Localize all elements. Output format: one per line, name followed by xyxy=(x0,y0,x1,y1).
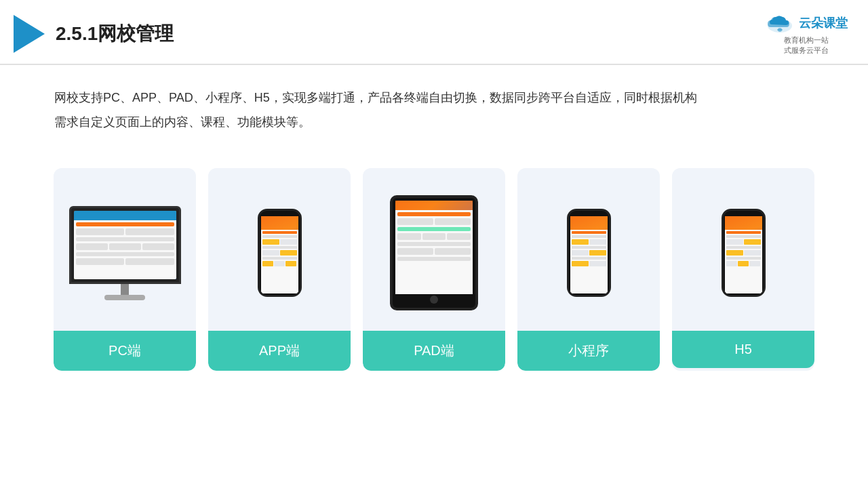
phone-notch xyxy=(272,211,287,216)
card-pc-image xyxy=(54,168,196,331)
phone-mockup-app xyxy=(258,209,302,297)
card-miniprogram-image xyxy=(517,168,660,331)
card-app-label: APP端 xyxy=(208,331,351,371)
card-pc: PC端 xyxy=(54,168,196,371)
brand-logo: 云朵课堂 教育机构一站 式服务云平台 xyxy=(765,12,848,56)
cloud-logo-container: 云朵课堂 xyxy=(765,12,848,34)
brand-subtitle: 教育机构一站 式服务云平台 xyxy=(784,35,829,56)
phone-mockup-mini xyxy=(567,209,611,297)
phone-screen-h5 xyxy=(725,216,762,293)
card-h5-label: H5 xyxy=(672,331,814,368)
card-pad-label: PAD端 xyxy=(363,331,505,371)
logo-triangle-icon xyxy=(14,15,45,53)
header: 2.5.1网校管理 云朵课堂 教育机构一站 式服务云平台 xyxy=(0,0,868,65)
page-title: 2.5.1网校管理 xyxy=(56,21,174,47)
tablet-mockup xyxy=(390,195,478,310)
phone-screen-mini xyxy=(570,216,608,293)
monitor-neck xyxy=(121,284,129,295)
card-pc-label: PC端 xyxy=(54,331,196,371)
phone-mockup-h5 xyxy=(722,209,766,297)
monitor-mockup xyxy=(69,206,181,300)
tablet-home-button xyxy=(430,296,438,304)
monitor-base xyxy=(104,295,145,300)
cloud-brand-icon xyxy=(765,12,795,34)
card-miniprogram-label: 小程序 xyxy=(517,331,660,371)
cards-container: PC端 xyxy=(0,148,868,391)
card-pad-image xyxy=(363,168,505,331)
card-miniprogram: 小程序 xyxy=(517,168,660,371)
monitor-screen xyxy=(69,206,181,284)
tablet-screen xyxy=(395,201,473,294)
description-line1: 网校支持PC、APP、PAD、小程序、H5，实现多端打通，产品各终端自由切换，数… xyxy=(54,85,814,110)
card-h5-image xyxy=(672,168,814,331)
description-line2: 需求自定义页面上的内容、课程、功能模块等。 xyxy=(54,110,814,134)
card-pad: PAD端 xyxy=(363,168,505,371)
card-app: APP端 xyxy=(208,168,351,371)
monitor-display xyxy=(74,211,176,279)
card-app-image xyxy=(208,168,351,331)
header-left: 2.5.1网校管理 xyxy=(14,15,174,53)
phone-notch-mini xyxy=(581,211,596,216)
brand-name: 云朵课堂 xyxy=(799,15,848,31)
card-h5: H5 xyxy=(672,168,814,371)
phone-notch-h5 xyxy=(736,211,751,216)
phone-screen-app xyxy=(261,216,298,293)
description-block: 网校支持PC、APP、PAD、小程序、H5，实现多端打通，产品各终端自由切换，数… xyxy=(0,65,868,141)
